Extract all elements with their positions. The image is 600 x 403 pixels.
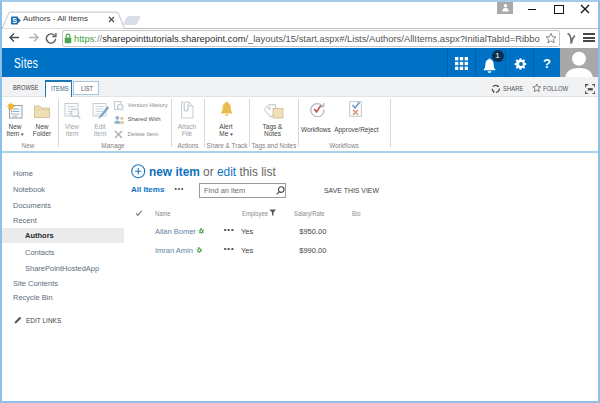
svg-text:S: S <box>12 17 17 24</box>
